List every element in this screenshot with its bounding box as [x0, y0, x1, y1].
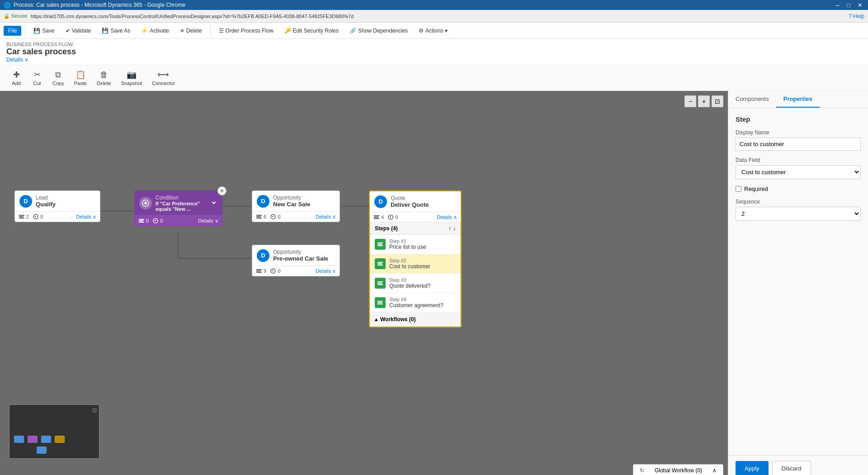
- step-item-3[interactable]: Step #3 Quote delivered?: [370, 274, 460, 293]
- lead-label: Qualify: [36, 201, 56, 208]
- step-4-desc: Customer agreement?: [389, 302, 443, 309]
- activate-btn[interactable]: ⚡ Activate: [137, 26, 174, 36]
- step-1-icon: [375, 239, 386, 250]
- save-as-icon: 💾: [102, 28, 108, 34]
- close-btn[interactable]: ✕: [856, 2, 864, 9]
- step-item-4[interactable]: Step #4 Customer agreement?: [370, 293, 460, 313]
- required-checkbox[interactable]: [736, 186, 741, 192]
- steps-sort-arrows[interactable]: ↑ ↓: [448, 225, 456, 232]
- svg-rect-5: [19, 215, 24, 216]
- step-item-1[interactable]: Step #1 Price list to use: [370, 235, 460, 254]
- opp-new-details-btn[interactable]: Details ∨: [316, 214, 336, 220]
- save-as-btn[interactable]: 💾 Save As: [97, 26, 135, 36]
- quote-details-btn[interactable]: Details ∧: [437, 214, 457, 220]
- quote-icon: D: [374, 195, 387, 208]
- sequence-group: Sequence 2: [736, 199, 861, 221]
- node-condition[interactable]: Condition If "Car Preference" equals "Ne…: [134, 190, 222, 226]
- svg-rect-26: [377, 263, 382, 264]
- page-header: BUSINESS PROCESS FLOW Car sales process …: [0, 39, 868, 65]
- url-bar[interactable]: https://trial1705.crm.dynamics.com/Tools…: [31, 14, 845, 19]
- toolbar-cut[interactable]: ✂ Cut: [27, 68, 47, 88]
- address-bar: 🔒 Secure https://trial1705.crm.dynamics.…: [0, 10, 868, 23]
- sequence-label: Sequence: [736, 199, 861, 205]
- svg-rect-19: [374, 217, 378, 218]
- opp-preowned-icon: D: [257, 249, 269, 262]
- fit-btn[interactable]: ⊡: [712, 95, 723, 107]
- svg-rect-35: [256, 271, 261, 271]
- delete-btn[interactable]: ✕ Delete: [175, 26, 207, 36]
- global-workflow-refresh-icon: ↻: [640, 467, 644, 474]
- condition-entity: Condition: [156, 195, 207, 201]
- paste-icon: 📋: [75, 70, 85, 80]
- tab-properties[interactable]: Properties: [776, 91, 820, 108]
- zoom-out-btn[interactable]: −: [684, 95, 696, 107]
- opp-preowned-label: Pre-owned Car Sale: [273, 255, 328, 262]
- details-link[interactable]: Details ∨: [6, 57, 862, 63]
- actions-btn[interactable]: ⚙ Actions ▾: [414, 26, 452, 36]
- order-icon: ☰: [219, 28, 224, 34]
- save-icon: 💾: [33, 28, 40, 34]
- svg-rect-30: [377, 284, 383, 285]
- lead-steps-badge: 2: [19, 214, 29, 220]
- order-process-flow-btn[interactable]: ☰ Order Process Flow: [214, 26, 278, 36]
- page-title: Car sales process: [6, 47, 862, 57]
- connector-icon: ⟷: [157, 70, 169, 80]
- activate-icon: ⚡: [141, 28, 148, 34]
- maximize-btn[interactable]: □: [845, 2, 852, 9]
- canvas-toolbar: − + ⊡: [684, 95, 723, 107]
- zoom-in-btn[interactable]: +: [698, 95, 710, 107]
- condition-close-btn[interactable]: ✕: [217, 186, 226, 195]
- steps-header-label: Steps (4): [375, 225, 398, 232]
- opportunity-new-icon: D: [257, 195, 269, 208]
- node-opportunity-new[interactable]: D Opportunity New Car Sale 6 0 Details ∨: [252, 190, 340, 222]
- minimap-expand-icon[interactable]: ⊡: [92, 407, 97, 413]
- dependencies-icon: 🔗: [349, 28, 356, 34]
- quote-entity: Quote: [391, 195, 429, 201]
- svg-rect-33: [377, 304, 383, 304]
- edit-security-roles-btn[interactable]: 🔑 Edit Security Roles: [280, 26, 343, 36]
- condition-steps-badge: 0: [138, 218, 149, 224]
- save-btn[interactable]: 💾 Save: [29, 26, 59, 36]
- step-1-desc: Price list to use: [389, 244, 426, 250]
- discard-btn[interactable]: Discard: [772, 461, 811, 475]
- global-workflow-bar[interactable]: ↻ Global Workflow (0) ∧: [633, 464, 723, 475]
- sequence-select[interactable]: 2: [736, 207, 861, 221]
- node-opportunity-preowned[interactable]: D Opportunity Pre-owned Car Sale 9 0 Det…: [252, 245, 340, 276]
- toolbar-delete[interactable]: 🗑 Delete: [92, 68, 116, 88]
- node-lead[interactable]: D Lead Qualify 2 0 Details ∨: [14, 190, 100, 222]
- svg-rect-25: [377, 262, 383, 263]
- svg-rect-29: [377, 283, 382, 284]
- apply-btn[interactable]: Apply: [736, 461, 769, 475]
- lead-details-btn[interactable]: Details ∨: [76, 214, 96, 220]
- lead-icon: D: [19, 195, 32, 208]
- svg-rect-32: [377, 302, 382, 303]
- condition-details-btn[interactable]: Details ∨: [198, 218, 218, 224]
- toolbar-paste[interactable]: 📋 Paste: [70, 68, 91, 88]
- global-workflow-expand-icon[interactable]: ∧: [712, 467, 717, 474]
- data-field-select[interactable]: Cost to customer: [736, 165, 861, 179]
- delete-icon: ✕: [180, 28, 184, 34]
- toolbar-snapshot[interactable]: 📷 Snapshot: [117, 68, 146, 88]
- tab-components[interactable]: Components: [728, 91, 776, 108]
- minimize-btn[interactable]: ─: [834, 2, 841, 9]
- validate-btn[interactable]: ✔ Validate: [61, 26, 95, 36]
- node-quote[interactable]: D Quote Deliver Quote 4 0 Details ∧: [369, 190, 462, 328]
- svg-rect-18: [374, 215, 379, 216]
- help-btn[interactable]: ? Help: [849, 13, 864, 19]
- display-name-input[interactable]: [736, 138, 861, 151]
- canvas[interactable]: − + ⊡ D Lead Qualify: [0, 91, 728, 475]
- sort-up-icon: ↑: [448, 225, 451, 232]
- show-dependencies-btn[interactable]: 🔗 Show Dependencies: [345, 26, 412, 36]
- opp-preowned-details-btn[interactable]: Details ∨: [316, 268, 336, 274]
- toolbar-connector[interactable]: ⟷ Connector: [147, 68, 179, 88]
- step-item-2[interactable]: Step #2 Cost to customer: [370, 254, 460, 274]
- opportunity-new-entity: Opportunity: [273, 195, 310, 201]
- toolbar-add[interactable]: ✚ Add: [6, 68, 26, 88]
- toolbar-copy[interactable]: ⧉ Copy: [48, 68, 69, 88]
- quote-flows-badge: 0: [387, 214, 398, 220]
- snapshot-icon: 📷: [127, 70, 137, 80]
- svg-rect-16: [256, 218, 262, 218]
- file-btn[interactable]: File: [4, 26, 21, 36]
- minimap-opp-preowned: [37, 446, 47, 454]
- quote-label: Deliver Quote: [391, 201, 429, 208]
